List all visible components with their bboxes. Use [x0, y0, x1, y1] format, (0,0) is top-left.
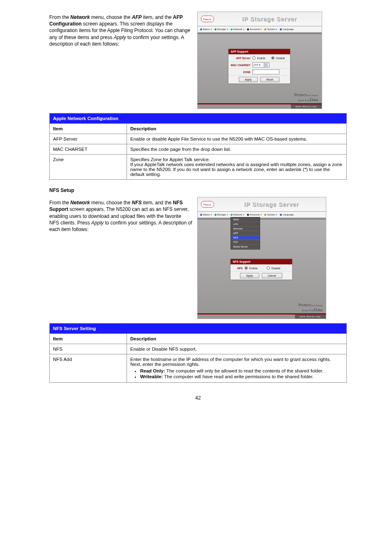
k: Read Only: — [140, 368, 165, 373]
menu-system[interactable]: System▾ — [264, 213, 277, 216]
menubar: Status▾ Storage▾ Network▾ Accounts▾ Syst… — [198, 26, 322, 32]
t: Network — [70, 14, 90, 20]
afp-button-row: Apply Reset — [228, 75, 290, 83]
chevron-down-icon: ▾ — [264, 63, 268, 67]
t: Secure Your — [302, 309, 314, 312]
thecus-logo: Thecus — [201, 16, 214, 22]
dropdown-item[interactable]: FTP — [231, 240, 260, 245]
accounts-icon — [247, 28, 249, 30]
charset-select[interactable]: UTF-8 ▾ — [252, 62, 270, 67]
menu-accounts[interactable]: Accounts▾ — [247, 213, 262, 216]
v: The computer will only be allowed to rea… — [165, 368, 323, 373]
radio-enable[interactable] — [244, 266, 248, 270]
l: Status — [203, 28, 210, 30]
nfs-intro-paragraph: From the Network menu, choose the NFS it… — [49, 199, 192, 233]
t: Your Source — [306, 94, 318, 97]
menu-network[interactable]: Network▾ — [231, 213, 244, 216]
table-row: MAC CHARSET Specifies the code page from… — [50, 144, 347, 155]
banner: Thecus IP Storage Server — [198, 197, 326, 212]
radio-disable[interactable] — [267, 266, 270, 270]
menu-status[interactable]: Status▾ — [200, 28, 212, 30]
banner-title: IP Storage Server — [217, 16, 322, 22]
cell-desc: Enable or disable Apple File Service to … — [127, 134, 346, 144]
table-title-blank — [127, 113, 346, 124]
t: From the — [49, 14, 70, 20]
cell-item: AFP Server — [50, 134, 127, 144]
system-icon — [264, 28, 266, 30]
l: Enable — [249, 267, 258, 270]
afp-panel-title: AFP Support — [228, 49, 290, 54]
t: menu, choose the — [90, 14, 132, 20]
col-item: Item — [50, 334, 127, 344]
afp-row-zone: ZONE * — [228, 68, 290, 75]
status-icon — [200, 28, 202, 30]
apply-button[interactable]: Apply — [240, 273, 259, 278]
svg-text:Thecus: Thecus — [203, 18, 211, 21]
dropdown-item[interactable]: Media Server — [231, 245, 260, 249]
menu-network[interactable]: Network▾ — [231, 28, 244, 30]
radio-enable[interactable] — [252, 56, 256, 60]
menu-language[interactable]: Language — [280, 28, 294, 30]
apply-button[interactable]: Apply — [239, 77, 258, 82]
t: Data — [314, 307, 323, 312]
l: Enable — [257, 57, 265, 60]
dropdown-item[interactable]: AFP — [231, 231, 260, 236]
afp-config-table: Apple Network Configuration Item Descrip… — [49, 113, 347, 180]
col-item: Item — [50, 124, 127, 134]
dropdown-item[interactable]: WAN — [231, 217, 260, 222]
storage-icon — [214, 214, 217, 216]
system-icon — [264, 214, 266, 216]
cell-item: NFS — [50, 344, 127, 354]
radio-disable[interactable] — [271, 56, 274, 60]
nfs-row: NFS Enable Disable — [231, 264, 292, 271]
status-icon — [200, 214, 202, 216]
t: Apply — [91, 220, 104, 226]
dropdown-item-selected[interactable]: NFS — [231, 236, 260, 240]
label: ZONE — [228, 71, 252, 74]
v: The computer will have read and write pe… — [163, 374, 314, 379]
brand-tagline: ProtectYour Source Secure YourData — [298, 303, 322, 312]
language-icon — [280, 28, 282, 30]
dropdown-item[interactable]: Services — [231, 227, 260, 231]
thecus-logo: Thecus — [201, 201, 214, 208]
zone-input[interactable]: * — [252, 69, 279, 74]
menu-storage[interactable]: Storage▾ — [214, 28, 228, 30]
t: AFP — [132, 14, 142, 20]
menu-storage[interactable]: Storage▾ — [214, 213, 228, 216]
cell-desc-line1: Enter the hostname or the IP address of … — [130, 357, 331, 367]
l: Disable — [276, 57, 285, 60]
t: From the — [49, 200, 70, 206]
menu-system[interactable]: System▾ — [264, 28, 277, 30]
list-item: Writeable: The computer will have read a… — [140, 374, 343, 379]
cell-desc: Specifies Zone for Applet Talk service. … — [127, 155, 346, 180]
l: Disable — [272, 267, 281, 270]
menu-status[interactable]: Status▾ — [200, 213, 212, 216]
l: Storage — [217, 28, 226, 30]
cell-item: Zone — [50, 155, 127, 180]
banner: Thecus IP Storage Server — [198, 12, 322, 26]
language-icon — [280, 214, 282, 216]
reset-button[interactable]: Reset — [260, 77, 279, 82]
label: AFP Server — [228, 57, 252, 60]
nfs-intro-row: From the Network menu, choose the NFS it… — [49, 197, 347, 319]
page-body: From the Network menu, choose the AFP it… — [0, 0, 392, 417]
nfs-panel-title: NFS Support — [231, 259, 292, 264]
menu-accounts[interactable]: Accounts▾ — [247, 28, 262, 30]
site-url: www.thecus.com — [291, 104, 322, 109]
afp-panel: AFP Support AFP Server Enable Disable MA… — [228, 49, 290, 83]
l: Status — [203, 213, 210, 216]
menu-language[interactable]: Language — [280, 213, 294, 216]
svg-text:Thecus: Thecus — [203, 204, 211, 206]
t: Protect — [294, 92, 306, 97]
col-desc: Description — [127, 334, 346, 344]
t: Data — [310, 97, 318, 102]
menubar: Status▾ Storage▾ Network▾ Accounts▾ Syst… — [198, 212, 326, 218]
t: NFS Setup — [49, 187, 74, 193]
network-dropdown: WAN LAN Services AFP NFS FTP Media Serve… — [231, 217, 260, 250]
t: Apply — [114, 35, 126, 40]
table-title: NFS Server Setting — [50, 324, 127, 334]
screenshot-afp: Thecus IP Storage Server Status▾ Storage… — [197, 12, 322, 109]
dropdown-item[interactable]: LAN — [231, 222, 260, 227]
cancel-button[interactable]: Cancel — [262, 273, 282, 278]
network-icon — [231, 214, 233, 216]
